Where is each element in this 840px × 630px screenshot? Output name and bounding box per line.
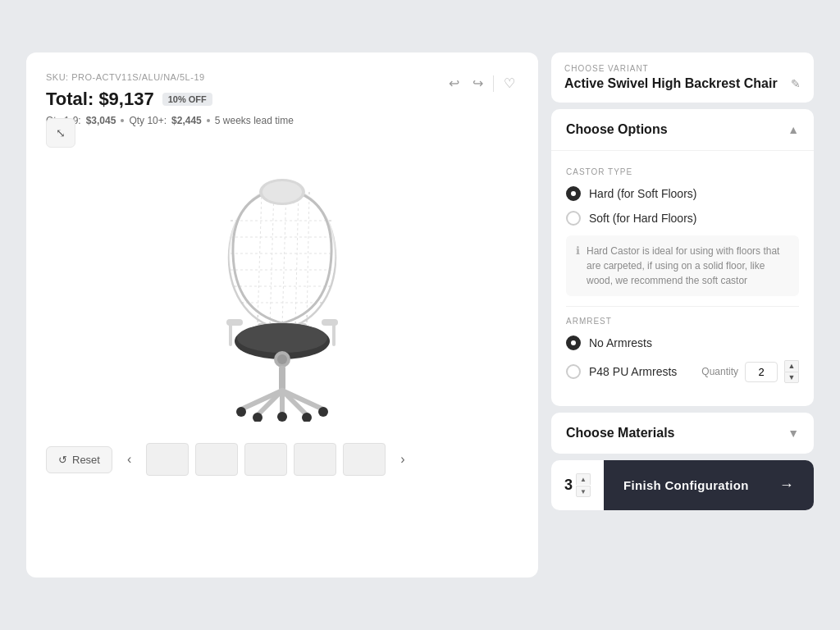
product-image-area: [46, 151, 518, 430]
next-icon: ›: [400, 452, 404, 466]
svg-point-32: [277, 412, 287, 422]
action-divider: [493, 75, 494, 92]
thumbnail-4[interactable]: [294, 443, 336, 476]
thumbnail-1[interactable]: [146, 443, 189, 476]
options-title: Choose Options: [566, 122, 668, 137]
product-actions: ↩ ↪ ♡: [445, 72, 518, 94]
materials-header[interactable]: Choose Materials ▼: [551, 413, 814, 454]
castor-option-soft[interactable]: Soft (for Hard Floors): [566, 211, 799, 226]
qty-input[interactable]: [745, 362, 778, 382]
finish-label: Finish Configuration: [623, 478, 749, 492]
armrest-option-none[interactable]: No Armrests: [566, 336, 799, 350]
svg-rect-22: [279, 366, 285, 390]
info-icon: ℹ: [576, 244, 580, 288]
qty-label: Quantity: [701, 366, 738, 377]
options-section-body: CASTOR TYPE Hard (for Soft Floors) Soft …: [551, 151, 814, 406]
step-stepper: ▲ ▼: [576, 473, 591, 497]
no-armrests-label: No Armrests: [589, 336, 799, 349]
castor-info-box: ℹ Hard Castor is ideal for using with fl…: [566, 235, 799, 296]
svg-point-19: [237, 323, 327, 353]
thumbnail-strip: [146, 443, 386, 476]
qty-stepper: ▲ ▼: [784, 360, 799, 383]
svg-point-28: [236, 407, 246, 417]
favorite-button[interactable]: ♡: [500, 72, 518, 94]
svg-rect-14: [229, 322, 232, 346]
materials-title: Choose Materials: [566, 426, 674, 441]
finish-arrow-icon: →: [779, 477, 794, 494]
back-button[interactable]: ↩: [445, 72, 463, 94]
prev-button[interactable]: ‹: [122, 449, 136, 470]
config-panel: CHOOSE VARIANT Active Swivel High Backre…: [551, 52, 814, 510]
options-chevron: ▲: [788, 123, 799, 136]
variant-label: CHOOSE VARIANT: [564, 64, 801, 73]
step-number: 3: [564, 477, 573, 494]
step-up-button[interactable]: ▲: [576, 473, 591, 485]
svg-rect-16: [332, 322, 336, 346]
forward-button[interactable]: ↪: [469, 72, 486, 94]
qty-up-button[interactable]: ▲: [784, 360, 799, 372]
product-panel: SKU: PRO-ACTV11S/ALU/NA/5L-19 Total: $9,…: [26, 52, 538, 578]
bottom-controls: ↺ Reset ‹ ›: [46, 443, 518, 476]
castor-info-text: Hard Castor is ideal for using with floo…: [587, 244, 789, 288]
forward-icon: ↪: [472, 75, 483, 91]
expand-button[interactable]: ⤡: [46, 118, 75, 148]
p48-label: P48 PU Armrests: [589, 365, 693, 378]
dot-divider-2: [207, 119, 210, 122]
back-icon: ↩: [449, 75, 459, 91]
variant-header: CHOOSE VARIANT Active Swivel High Backre…: [551, 52, 814, 103]
qty-down-button[interactable]: ▼: [784, 372, 799, 383]
svg-point-34: [262, 181, 302, 203]
thumbnail-2[interactable]: [195, 443, 238, 476]
expand-icon: ⤡: [56, 126, 66, 139]
armrest-option-p48[interactable]: P48 PU Armrests Quantity ▲ ▼: [566, 360, 799, 383]
variant-name: Active Swivel High Backrest Chair: [564, 76, 778, 91]
step-counter: 3 ▲ ▼: [551, 473, 604, 497]
castor-soft-label: Soft (for Hard Floors): [589, 212, 696, 225]
thumbnail-3[interactable]: [244, 443, 287, 476]
footer-bar: 3 ▲ ▼ Finish Configuration →: [551, 460, 814, 510]
options-section: Choose Options ▲ CASTOR TYPE Hard (for S…: [551, 109, 814, 406]
chair-svg: [176, 159, 389, 422]
armrest-group-label: ARMREST: [566, 317, 799, 326]
prev-icon: ‹: [127, 452, 131, 466]
step-down-button[interactable]: ▼: [576, 486, 591, 497]
heart-icon: ♡: [504, 75, 515, 91]
main-container: SKU: PRO-ACTV11S/ALU/NA/5L-19 Total: $9,…: [26, 52, 814, 578]
radio-soft[interactable]: [566, 211, 581, 226]
edit-button[interactable]: ✎: [791, 77, 801, 90]
reset-button[interactable]: ↺ Reset: [46, 446, 112, 473]
materials-section: Choose Materials ▼: [551, 413, 814, 454]
castor-hard-label: Hard (for Soft Floors): [589, 187, 696, 200]
total-price: Total: $9,137: [46, 89, 154, 110]
variant-name-row: Active Swivel High Backrest Chair ✎: [564, 76, 801, 91]
radio-hard[interactable]: [566, 186, 581, 201]
qty-pricing-row: Qty 1-9: $3,045 Qty 10+: $2,445 5 weeks …: [46, 115, 518, 126]
quantity-control: Quantity ▲ ▼: [701, 360, 799, 383]
materials-chevron: ▼: [788, 427, 799, 440]
edit-icon: ✎: [791, 77, 801, 90]
thumbnail-5[interactable]: [343, 443, 386, 476]
next-button[interactable]: ›: [395, 449, 409, 470]
discount-badge: 10% OFF: [162, 93, 212, 106]
reset-icon: ↺: [58, 454, 67, 466]
svg-point-21: [277, 354, 287, 364]
radio-no-armrests[interactable]: [566, 336, 581, 350]
dot-divider: [121, 119, 124, 122]
castor-group-label: CASTOR TYPE: [566, 167, 799, 176]
options-section-header[interactable]: Choose Options ▲: [551, 109, 814, 151]
section-divider: [566, 306, 799, 307]
radio-p48[interactable]: [566, 364, 581, 379]
finish-configuration-button[interactable]: Finish Configuration →: [604, 460, 814, 510]
svg-point-29: [318, 407, 328, 417]
castor-option-hard[interactable]: Hard (for Soft Floors): [566, 186, 799, 201]
